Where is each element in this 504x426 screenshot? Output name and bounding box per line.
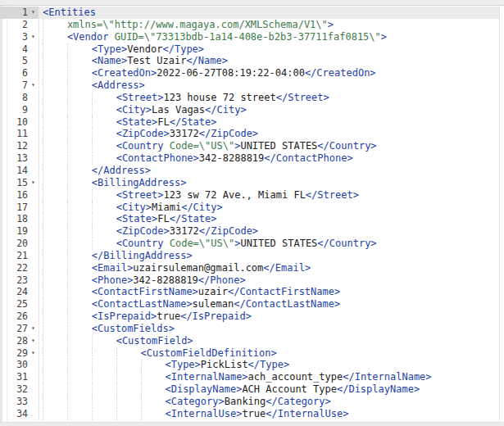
line-number[interactable]: 16 <box>7 189 28 202</box>
code-content[interactable]: <CustomFieldDefinition> <box>39 347 500 360</box>
line-gutter[interactable]: 12 <box>0 140 39 152</box>
line-number[interactable]: 12 <box>7 140 28 152</box>
line-number[interactable]: 27 <box>7 323 28 335</box>
code-content[interactable]: <InternalUse>true</InternalUse> <box>39 408 500 420</box>
code-content[interactable]: <City>Miami</City> <box>39 202 500 214</box>
line-gutter[interactable]: 7▾ <box>0 79 39 92</box>
line-gutter[interactable]: 30 <box>0 359 39 371</box>
line-gutter[interactable]: 22 <box>0 262 39 274</box>
line-gutter[interactable]: 32 <box>0 383 39 396</box>
line-gutter[interactable]: 9 <box>0 104 39 116</box>
code-content[interactable]: <Country Code=\"US\">UNITED STATES</Coun… <box>39 140 500 152</box>
line-gutter[interactable]: 3▾ <box>0 31 39 43</box>
line-gutter[interactable]: 11 <box>0 128 39 140</box>
code-content[interactable]: <Name>Test Uzair</Name> <box>39 55 500 67</box>
code-content[interactable]: <Entities <box>39 7 500 19</box>
line-gutter[interactable]: 10 <box>0 116 39 129</box>
code-content[interactable]: <BillingAddress> <box>39 177 500 189</box>
code-content[interactable]: <Country Code=\"US\">UNITED STATES</Coun… <box>39 238 500 250</box>
code-content[interactable]: <Email>uzairsuleman@gmail.com</Email> <box>39 262 500 274</box>
line-gutter[interactable]: 24 <box>0 286 39 298</box>
line-number[interactable]: 33 <box>7 396 28 408</box>
line-number[interactable]: 6 <box>7 67 28 79</box>
code-content[interactable]: <CustomFields> <box>39 323 500 335</box>
code-content[interactable]: </Address> <box>39 165 500 177</box>
line-gutter[interactable]: 28▾ <box>0 335 39 347</box>
code-content[interactable]: <ZipCode>33172</ZipCode> <box>39 128 500 140</box>
line-gutter[interactable]: 18 <box>0 213 39 225</box>
line-number[interactable]: 15 <box>7 177 28 189</box>
line-number[interactable]: 26 <box>7 310 28 323</box>
line-gutter[interactable]: 14 <box>0 165 39 177</box>
line-gutter[interactable]: 25 <box>0 298 39 310</box>
line-number[interactable]: 4 <box>7 43 28 56</box>
line-number[interactable]: 19 <box>7 225 28 238</box>
line-number[interactable]: 11 <box>7 128 28 140</box>
line-number[interactable]: 5 <box>7 55 28 67</box>
line-number[interactable]: 32 <box>7 383 28 396</box>
xml-editor[interactable]: 1▾<Entities2xmlns=\"http://www.magaya.co… <box>0 6 500 423</box>
line-gutter[interactable]: 16 <box>0 189 39 202</box>
line-gutter[interactable]: 31 <box>0 371 39 383</box>
line-number[interactable]: 23 <box>7 274 28 287</box>
line-gutter[interactable]: 2 <box>0 19 39 31</box>
line-gutter[interactable]: 17 <box>0 202 39 214</box>
code-content[interactable]: <Category>Banking</Category> <box>39 396 500 408</box>
line-gutter[interactable]: 26 <box>0 310 39 323</box>
line-number[interactable]: 28 <box>7 335 28 347</box>
line-number[interactable]: 34 <box>7 408 28 420</box>
line-number[interactable]: 29 <box>7 347 28 360</box>
code-content[interactable]: <IsPrepaid>true</IsPrepaid> <box>39 310 500 323</box>
line-number[interactable]: 18 <box>7 213 28 225</box>
line-number[interactable]: 7 <box>7 79 28 92</box>
line-number[interactable]: 22 <box>7 262 28 274</box>
line-number[interactable]: 1 <box>7 7 28 19</box>
fold-toggle-icon[interactable]: ▾ <box>28 347 39 360</box>
line-gutter[interactable]: 27▾ <box>0 323 39 335</box>
code-content[interactable]: <ZipCode>33172</ZipCode> <box>39 225 500 238</box>
line-number[interactable]: 30 <box>7 359 28 371</box>
line-gutter[interactable]: 29▾ <box>0 347 39 360</box>
code-content[interactable]: </BillingAddress> <box>39 250 500 262</box>
line-number[interactable]: 14 <box>7 165 28 177</box>
fold-toggle-icon[interactable]: ▾ <box>28 323 39 335</box>
code-content[interactable]: <Address> <box>39 79 500 92</box>
code-content[interactable]: xmlns=\"http://www.magaya.com/XMLSchema/… <box>39 19 500 31</box>
line-gutter[interactable]: 33 <box>0 396 39 408</box>
line-number[interactable]: 8 <box>7 92 28 104</box>
code-content[interactable]: <Street>123 house 72 street</Street> <box>39 92 500 104</box>
code-content[interactable]: <Vendor GUID=\"73313bdb-1a14-408e-b2b3-3… <box>39 31 500 43</box>
code-content[interactable]: <ContactPhone>342-8288819</ContactPhone> <box>39 152 500 165</box>
line-gutter[interactable]: 20 <box>0 238 39 250</box>
line-number[interactable]: 20 <box>7 238 28 250</box>
code-content[interactable]: <City>Las Vagas</City> <box>39 104 500 116</box>
vertical-scrollbar[interactable] <box>499 6 504 423</box>
code-content[interactable]: <DisplayName>ACH Account Type</DisplayNa… <box>39 383 500 396</box>
line-gutter[interactable]: 4 <box>0 43 39 56</box>
code-content[interactable]: <State>FL</State> <box>39 213 500 225</box>
line-number[interactable]: 3 <box>7 31 28 43</box>
line-gutter[interactable]: 5 <box>0 55 39 67</box>
fold-toggle-icon[interactable]: ▾ <box>28 177 39 189</box>
fold-toggle-icon[interactable]: ▾ <box>28 7 39 19</box>
fold-toggle-icon[interactable]: ▾ <box>28 79 39 92</box>
fold-toggle-icon[interactable]: ▾ <box>28 335 39 347</box>
code-content[interactable]: <Type>Vendor</Type> <box>39 43 500 56</box>
line-number[interactable]: 25 <box>7 298 28 310</box>
line-gutter[interactable]: 8 <box>0 92 39 104</box>
code-content[interactable]: <Street>123 sw 72 Ave., Miami FL</Street… <box>39 189 500 202</box>
code-content[interactable]: <ContactFirstName>uzair</ContactFirstNam… <box>39 286 500 298</box>
line-gutter[interactable]: 19 <box>0 225 39 238</box>
line-number[interactable]: 9 <box>7 104 28 116</box>
horizontal-scrollbar[interactable] <box>0 422 504 426</box>
line-number[interactable]: 2 <box>7 19 28 31</box>
line-number[interactable]: 21 <box>7 250 28 262</box>
code-content[interactable]: <CustomField> <box>39 335 500 347</box>
fold-toggle-icon[interactable]: ▾ <box>28 31 39 43</box>
line-number[interactable]: 24 <box>7 286 28 298</box>
line-number[interactable]: 10 <box>7 116 28 129</box>
line-number[interactable]: 13 <box>7 152 28 165</box>
line-gutter[interactable]: 21 <box>0 250 39 262</box>
line-gutter[interactable]: 23 <box>0 274 39 287</box>
line-gutter[interactable]: 13 <box>0 152 39 165</box>
